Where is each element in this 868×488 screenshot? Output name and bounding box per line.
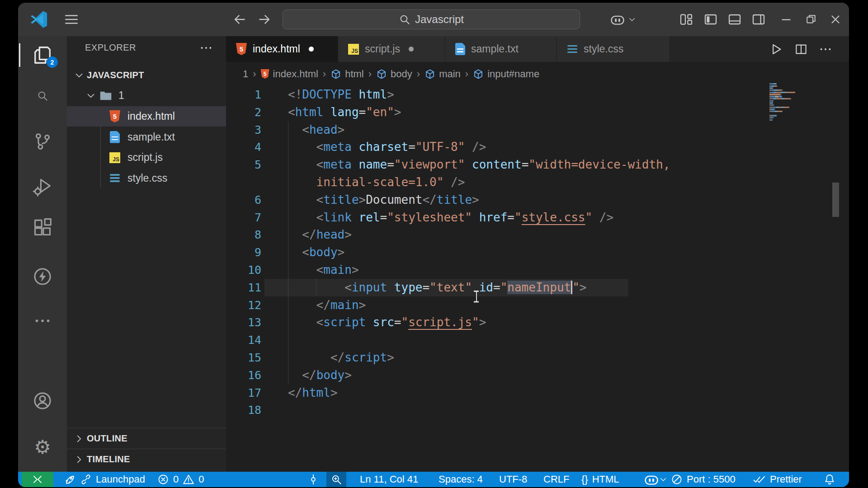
code-line[interactable]: 7 <link rel="stylesheet" href="style.css… xyxy=(226,209,849,226)
status-bar: Launchpad00Ln 11, Col 41Spaces: 4UTF-8CR… xyxy=(18,472,849,487)
line-number: 12 xyxy=(226,297,261,314)
status-launchpad[interactable]: Launchpad xyxy=(64,472,145,487)
tab-style.css[interactable]: style.css xyxy=(557,36,670,62)
status-language[interactable]: {}HTML xyxy=(581,472,619,487)
search-icon[interactable] xyxy=(18,83,67,108)
file-name: script.js xyxy=(127,151,163,164)
menu-icon[interactable] xyxy=(61,3,81,36)
live-server-icon[interactable] xyxy=(18,264,67,289)
code-line[interactable]: 8 </head> xyxy=(226,226,849,244)
code-line[interactable]: 16 </body> xyxy=(226,366,849,384)
tab-script.js[interactable]: JSscript.js xyxy=(338,36,445,62)
code-line[interactable]: 15 </script> xyxy=(226,349,849,366)
toggle-sidebar-right-icon[interactable] xyxy=(750,3,768,36)
line-number: 6 xyxy=(226,192,261,209)
section-label: TIMELINE xyxy=(87,454,130,465)
more-icon[interactable] xyxy=(18,308,67,333)
more-horizontal-icon[interactable] xyxy=(815,36,836,62)
toggle-sidebar-left-icon[interactable] xyxy=(702,3,720,36)
workspace-row[interactable]: JAVASCRIPT xyxy=(67,65,226,85)
indent-guide xyxy=(316,279,316,296)
breadcrumb-item-body[interactable]: body xyxy=(376,68,412,80)
search-value: Javascript xyxy=(415,13,464,26)
copilot-icon[interactable] xyxy=(609,3,637,36)
minimap-line xyxy=(769,108,811,110)
folder-row[interactable]: 1 xyxy=(67,85,226,106)
customize-layout-icon[interactable] xyxy=(677,3,695,36)
tab-index.html[interactable]: 5index.html xyxy=(226,36,338,62)
status-commit[interactable] xyxy=(307,472,319,487)
code-line[interactable]: 5 <meta name="viewport" content="width=d… xyxy=(226,156,849,174)
close-icon[interactable] xyxy=(826,3,845,36)
file-index.html[interactable]: 5index.html xyxy=(67,106,226,127)
code-line[interactable]: 14 xyxy=(226,331,849,349)
modified-dot xyxy=(309,47,314,52)
html5-icon: 5 xyxy=(261,69,269,79)
file-style.css[interactable]: style.css xyxy=(67,168,226,188)
breadcrumb-label: html xyxy=(345,68,364,80)
toggle-panel-icon[interactable] xyxy=(726,3,744,36)
breadcrumb-item-1[interactable]: 1 xyxy=(243,68,248,80)
status-eol[interactable]: CRLF xyxy=(543,472,569,487)
breadcrumb-item-input#name[interactable]: input#name xyxy=(473,68,539,80)
status-cursor-position[interactable]: Ln 11, Col 41 xyxy=(360,472,418,487)
section-outline[interactable]: OUTLINE xyxy=(67,428,226,449)
scrollbar-thumb[interactable] xyxy=(832,183,839,217)
minimap-line xyxy=(769,111,811,112)
file-script.js[interactable]: JSscript.js xyxy=(67,147,226,168)
explorer-title: EXPLORER xyxy=(85,42,136,53)
split-editor-icon[interactable] xyxy=(791,36,811,62)
status-indentation[interactable]: Spaces: 4 xyxy=(439,472,483,487)
modified-dot xyxy=(409,47,414,52)
line-number: 1 xyxy=(226,86,261,104)
section-timeline[interactable]: TIMELINE xyxy=(67,449,226,469)
status-prettier[interactable]: Prettier xyxy=(753,472,802,487)
breadcrumb-item-index.html[interactable]: 5index.html xyxy=(261,68,318,80)
account-icon[interactable] xyxy=(18,388,67,413)
minimap-line xyxy=(769,107,811,108)
code-line[interactable]: 2<html lang="en"> xyxy=(226,103,849,121)
code-line[interactable]: 9 <body> xyxy=(226,244,849,261)
code-line[interactable]: 17</html> xyxy=(226,384,849,402)
code-line[interactable]: 18 xyxy=(226,401,849,419)
tree-indent-guide xyxy=(100,126,101,187)
files-icon[interactable]: 2 xyxy=(18,42,67,68)
code-line[interactable]: 1<!DOCTYPE html> xyxy=(226,86,849,103)
status-zoom[interactable] xyxy=(326,472,346,487)
more-horizontal-icon[interactable] xyxy=(197,40,215,56)
settings-gear-icon[interactable]: ⚙ xyxy=(18,435,67,460)
minimize-icon[interactable] xyxy=(776,3,796,36)
arrow-right-icon[interactable] xyxy=(255,3,274,36)
breadcrumb-label: input#name xyxy=(487,68,539,80)
code-line[interactable]: 3 <head> xyxy=(226,121,849,139)
status-copilot[interactable] xyxy=(644,472,667,487)
status-problems[interactable]: 00 xyxy=(157,472,204,487)
status-encoding[interactable]: UTF-8 xyxy=(499,472,527,487)
code-line[interactable]: 11 <input type="text" id="nameInput"> xyxy=(226,279,849,296)
minimap[interactable] xyxy=(769,83,811,123)
code-line[interactable]: initial-scale=1.0" /> xyxy=(226,174,849,191)
breadcrumb-label: index.html xyxy=(273,68,318,80)
code-line[interactable]: 4 <meta charset="UTF-8" /> xyxy=(226,138,849,156)
run-debug-icon[interactable] xyxy=(18,174,67,199)
arrow-left-icon[interactable] xyxy=(230,3,250,36)
status-port[interactable]: Port : 5500 xyxy=(671,472,736,487)
command-center-search[interactable]: Javascript xyxy=(283,9,580,29)
code-line[interactable]: 12 </main> xyxy=(226,296,849,314)
source-control-icon[interactable] xyxy=(18,129,67,154)
status-remote[interactable] xyxy=(22,472,53,487)
code-line[interactable]: 6 <title>Document</title> xyxy=(226,191,849,209)
code-line[interactable]: 13 <script src="script.js"> xyxy=(226,314,849,331)
code-line[interactable]: 10 <main> xyxy=(226,261,849,279)
extensions-icon[interactable] xyxy=(18,215,67,240)
status-label: Ln 11, Col 41 xyxy=(360,474,418,485)
restore-icon[interactable] xyxy=(801,3,821,36)
run-icon[interactable] xyxy=(766,36,787,62)
status-notifications[interactable] xyxy=(824,472,835,487)
breadcrumb-item-main[interactable]: main xyxy=(425,68,461,80)
file-sample.txt[interactable]: sample.txt xyxy=(67,127,226,147)
code-area[interactable]: 1<!DOCTYPE html>2<html lang="en">3 <head… xyxy=(226,86,849,472)
breadcrumb-item-html[interactable]: html xyxy=(330,68,364,80)
minimap-line xyxy=(769,87,811,89)
tab-sample.txt[interactable]: sample.txt xyxy=(445,36,557,62)
